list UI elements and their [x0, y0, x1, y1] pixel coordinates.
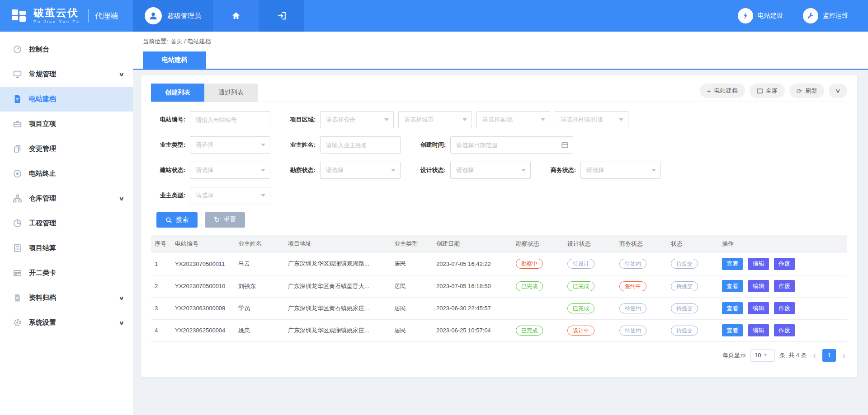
- edit-button[interactable]: 编辑: [748, 280, 769, 292]
- logout-button[interactable]: [259, 0, 304, 32]
- nav-monitor-ops[interactable]: 监控运维: [803, 0, 848, 32]
- per-page-select[interactable]: 10: [750, 349, 775, 362]
- design-status-select[interactable]: 请选择: [450, 162, 531, 179]
- chevron-down-icon: ∨: [118, 196, 125, 202]
- user-menu[interactable]: 超级管理员: [133, 0, 213, 32]
- design-status-badge: 已完成: [567, 281, 594, 291]
- search-button[interactable]: 搜索: [156, 212, 198, 228]
- nav-station-build[interactable]: 电站建设: [738, 0, 783, 32]
- sidebar-item-engineering-mgmt[interactable]: 工程管理: [0, 211, 133, 236]
- caret-icon: [521, 169, 526, 172]
- home-button[interactable]: [213, 0, 259, 32]
- page-tab-station-archive[interactable]: 电站建档: [143, 51, 206, 69]
- cell-address: 广东深圳龙华区观澜镇观湖路...: [284, 253, 391, 275]
- owner-type-label: 业主类型:: [152, 141, 185, 149]
- date-range-input[interactable]: [450, 136, 573, 154]
- collapse-toolbar-button[interactable]: ∨: [829, 84, 847, 98]
- sidebar-item-system-settings[interactable]: 系统设置 ∨: [0, 310, 133, 335]
- owner-name-input[interactable]: [320, 136, 401, 154]
- table-row: 1 YX2023070500011 马云 广东深圳龙华区观澜镇观湖路... 居民…: [151, 253, 847, 275]
- business-status-label: 商务状态:: [542, 166, 576, 174]
- reset-button[interactable]: ↻ 重置: [205, 212, 245, 228]
- cell-create-date: 2023-06-25 10:57:04: [433, 319, 512, 341]
- edit-button[interactable]: 编辑: [748, 258, 769, 270]
- sidebar-item-station-archive[interactable]: 电站建档: [0, 87, 133, 112]
- prev-page-button[interactable]: ‹: [811, 351, 818, 360]
- business-status-badge: 待签约: [619, 303, 646, 313]
- caret-icon: [261, 169, 265, 172]
- wrench-icon: [803, 8, 818, 23]
- county-select[interactable]: 请选择县/区: [476, 111, 550, 128]
- fullscreen-button[interactable]: 全屏: [750, 84, 785, 98]
- owner-type2-select[interactable]: 请选择: [190, 187, 270, 204]
- copy-icon: [12, 144, 23, 154]
- sidebar-item-class2-card[interactable]: 开二类卡: [0, 261, 133, 285]
- main-content: 当前位置: 首页 / 电站建档 电站建档 创建列表 通过列表 + 电站建档: [133, 32, 868, 415]
- calendar-icon: [561, 141, 569, 149]
- cell-actions: 查看 编辑 作废: [718, 253, 847, 275]
- status-badge: 待提交: [671, 326, 698, 336]
- breadcrumb-path[interactable]: 首页 / 电站建档: [171, 37, 211, 46]
- page-number-button[interactable]: 1: [822, 349, 836, 362]
- caret-icon: [619, 118, 623, 121]
- archive-icon: [12, 293, 23, 303]
- sidebar-item-station-termination[interactable]: 电站终止: [0, 161, 133, 186]
- owner-type-select[interactable]: 请选择: [190, 136, 270, 154]
- stop-circle-icon: [12, 168, 23, 179]
- reset-icon: ↻: [214, 216, 220, 224]
- cell-index: 2: [151, 275, 171, 297]
- refresh-button[interactable]: ⟳ 刷新: [789, 84, 825, 98]
- void-button[interactable]: 作废: [774, 302, 795, 314]
- void-button[interactable]: 作废: [774, 280, 795, 292]
- station-code-input[interactable]: [190, 111, 270, 128]
- design-status-badge: 已完成: [567, 303, 594, 313]
- sidebar-item-data-archive[interactable]: 资料归档 ∨: [0, 285, 133, 310]
- edit-button[interactable]: 编辑: [748, 302, 769, 314]
- void-button[interactable]: 作废: [774, 258, 795, 270]
- cell-index: 1: [151, 253, 171, 275]
- sidebar-item-console[interactable]: 控制台: [0, 37, 133, 62]
- view-button[interactable]: 查看: [722, 302, 743, 314]
- engineering-icon: [12, 218, 23, 229]
- sidebar-item-warehouse-mgmt[interactable]: 仓库管理 ∨: [0, 186, 133, 211]
- town-select[interactable]: 请选择村镇/街道: [555, 111, 628, 128]
- caret-icon: [391, 169, 396, 172]
- province-select[interactable]: 请选择省份: [320, 111, 394, 128]
- survey-status-badge: 已完成: [516, 326, 543, 336]
- nav-label: 电站建设: [758, 12, 783, 20]
- sidebar-item-general-mgmt[interactable]: 常规管理 ∨: [0, 62, 133, 87]
- caret-icon: [462, 118, 467, 121]
- content-card: 创建列表 通过列表 + 电站建档 全屏 ⟳ 刷新: [141, 75, 857, 377]
- tab-create-list[interactable]: 创建列表: [151, 84, 204, 102]
- caret-icon: [541, 118, 545, 121]
- survey-status-label: 勘察状态:: [282, 166, 316, 174]
- station-code-label: 电站编号:: [152, 116, 185, 124]
- cell-index: 4: [151, 319, 171, 341]
- design-status-badge: 设计中: [567, 326, 594, 336]
- create-station-button[interactable]: + 电站建档: [700, 84, 745, 98]
- build-status-select[interactable]: 请选择: [190, 162, 270, 179]
- sidebar-item-project-initiation[interactable]: 项目立项: [0, 112, 133, 136]
- sidebar-item-project-settlement[interactable]: 项目结算: [0, 236, 133, 261]
- tab-passed-list[interactable]: 通过列表: [204, 84, 258, 102]
- logo-icon: [10, 7, 28, 25]
- survey-status-select[interactable]: 请选择: [320, 162, 401, 179]
- cell-station-code: YX2023070500011: [171, 253, 235, 275]
- filter-form: 电站编号: 项目区域: 请选择省份 请选择城市: [151, 102, 847, 204]
- sidebar-item-change-mgmt[interactable]: 变更管理: [0, 136, 133, 161]
- next-page-button[interactable]: ›: [840, 351, 847, 360]
- view-button[interactable]: 查看: [722, 280, 743, 292]
- city-select[interactable]: 请选择城市: [398, 111, 472, 128]
- plus-icon: +: [707, 88, 711, 94]
- view-button[interactable]: 查看: [722, 324, 743, 336]
- void-button[interactable]: 作废: [774, 324, 795, 336]
- view-button[interactable]: 查看: [722, 258, 743, 270]
- cell-actions: 查看 编辑 作废: [718, 319, 847, 341]
- cell-address: 广东深圳龙华区黄石镇姚家庄...: [284, 297, 391, 319]
- breadcrumb: 当前位置: 首页 / 电站建档: [133, 32, 868, 51]
- business-status-select[interactable]: 请选择: [580, 162, 661, 179]
- cell-owner-type: 居民: [391, 319, 433, 341]
- briefcase-icon: [12, 119, 23, 130]
- survey-status-badge: 已完成: [516, 281, 543, 291]
- edit-button[interactable]: 编辑: [748, 324, 769, 336]
